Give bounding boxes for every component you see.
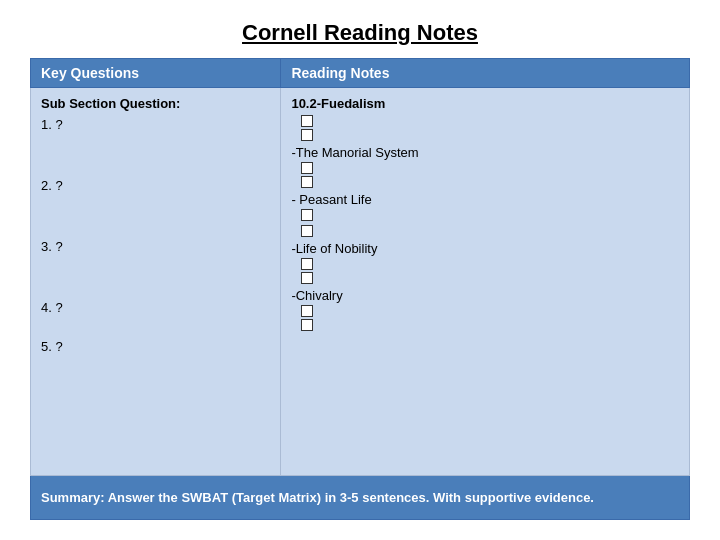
notes-cell: 10.2-Fuedalism -The Manorial System — [281, 88, 690, 476]
checkbox-row — [301, 176, 679, 188]
checkbox-icon[interactable] — [301, 305, 313, 317]
checkbox-icon[interactable] — [301, 209, 313, 221]
question-4: 4. ? — [41, 300, 270, 315]
checkbox-row — [301, 272, 679, 284]
checkbox-row — [301, 305, 679, 317]
subsection-label: Sub Section Question: — [41, 96, 270, 111]
checkbox-row — [301, 209, 679, 221]
checkbox-icon[interactable] — [301, 115, 313, 127]
checkbox-row — [301, 258, 679, 270]
summary-cell: Summary: Answer the SWBAT (Target Matrix… — [31, 475, 690, 519]
checkbox-icon[interactable] — [301, 258, 313, 270]
question-2: 2. ? — [41, 178, 270, 193]
question-1: 1. ? — [41, 117, 270, 132]
section-manorial: -The Manorial System — [291, 145, 679, 160]
cornell-table: Key Questions Reading Notes Sub Section … — [30, 58, 690, 520]
checkbox-icon[interactable] — [301, 129, 313, 141]
checkbox-row — [301, 129, 679, 141]
section-nobility: -Life of Nobility — [291, 241, 679, 256]
checkbox-icon[interactable] — [301, 319, 313, 331]
questions-cell: Sub Section Question: 1. ? 2. ? 3. ? 4. … — [31, 88, 281, 476]
checkbox-icon[interactable] — [301, 225, 313, 237]
checkbox-row — [301, 225, 679, 237]
checkbox-icon[interactable] — [301, 162, 313, 174]
section-chivalry: -Chivalry — [291, 288, 679, 303]
question-5: 5. ? — [41, 339, 270, 354]
col1-header: Key Questions — [31, 59, 281, 88]
checkbox-row — [301, 319, 679, 331]
page-title: Cornell Reading Notes — [242, 20, 478, 46]
col2-header: Reading Notes — [281, 59, 690, 88]
checkbox-icon[interactable] — [301, 176, 313, 188]
section-peasant: - Peasant Life — [291, 192, 679, 207]
topic-label: 10.2-Fuedalism — [291, 96, 679, 111]
checkbox-row — [301, 162, 679, 174]
question-3: 3. ? — [41, 239, 270, 254]
checkbox-icon[interactable] — [301, 272, 313, 284]
checkbox-row — [301, 115, 679, 127]
